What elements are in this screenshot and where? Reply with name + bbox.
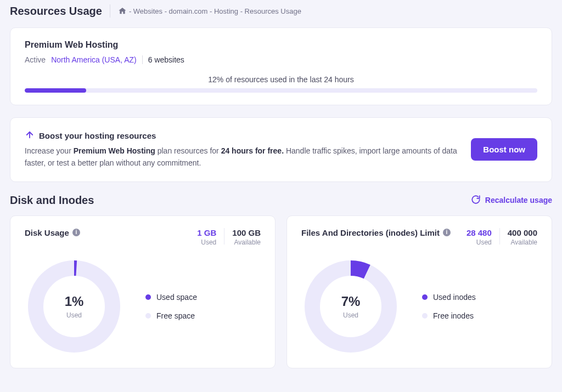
boost-card: Boost your hosting resources Increase yo… xyxy=(10,117,552,182)
info-icon[interactable]: i xyxy=(72,229,80,236)
boost-content: Boost your hosting resources Increase yo… xyxy=(25,130,460,169)
inodes-panel-title: Files And Directories (inodes) Limit i xyxy=(301,228,451,237)
dot-icon xyxy=(145,294,151,300)
breadcrumb[interactable]: - Websites - domain.com - Hosting - Reso… xyxy=(118,7,301,15)
disk-legend: Used space Free space xyxy=(145,293,197,320)
boost-title: Boost your hosting resources xyxy=(25,130,460,141)
divider xyxy=(110,4,110,18)
recalculate-button[interactable]: Recalculate usage xyxy=(471,195,552,206)
recalculate-label: Recalculate usage xyxy=(485,196,552,204)
disk-usage-panel: Disk Usage i 1 GB Used 100 GB Available … xyxy=(10,215,276,368)
dot-icon xyxy=(422,294,428,300)
inodes-legend: Used inodes Free inodes xyxy=(422,293,476,320)
plan-card: Premium Web Hosting Active North America… xyxy=(10,27,552,105)
legend-item-free: Free space xyxy=(145,311,197,320)
inodes-used-label: Used xyxy=(467,238,492,246)
info-icon[interactable]: i xyxy=(443,229,451,236)
plan-sites: 6 websites xyxy=(148,55,184,64)
progress-fill xyxy=(25,88,86,93)
inodes-donut-chart: 7% Used xyxy=(301,257,400,356)
disk-percent: 1% xyxy=(65,294,84,309)
breadcrumb-text: - Websites - domain.com - Hosting - Reso… xyxy=(129,7,301,15)
divider xyxy=(499,228,500,245)
boost-now-button[interactable]: Boost now xyxy=(471,138,537,161)
arrow-up-icon xyxy=(25,130,35,141)
inodes-metrics: 28 480 Used 400 000 Available xyxy=(467,228,537,246)
dot-icon xyxy=(422,313,428,319)
plan-status: Active xyxy=(25,55,46,64)
disk-percent-label: Used xyxy=(66,311,82,319)
inodes-available-label: Available xyxy=(508,238,537,246)
plan-meta: Active North America (USA, AZ) 6 website… xyxy=(25,55,537,64)
inodes-available-value: 400 000 xyxy=(508,228,537,237)
divider xyxy=(142,55,143,64)
inodes-panel: Files And Directories (inodes) Limit i 2… xyxy=(286,215,552,368)
disk-available-value: 100 GB xyxy=(232,228,261,237)
disk-available-label: Available xyxy=(232,238,261,246)
usage-panels: Disk Usage i 1 GB Used 100 GB Available … xyxy=(10,215,552,368)
disk-used-label: Used xyxy=(197,238,216,246)
section-header: Disk and Inodes Recalculate usage xyxy=(10,194,552,207)
inodes-percent: 7% xyxy=(341,294,361,309)
inodes-used-value: 28 480 xyxy=(467,228,492,237)
refresh-icon xyxy=(471,195,481,206)
plan-name: Premium Web Hosting xyxy=(25,40,537,50)
section-title: Disk and Inodes xyxy=(10,194,94,207)
page-header: Resources Usage - Websites - domain.com … xyxy=(10,4,552,18)
disk-panel-title: Disk Usage i xyxy=(25,228,80,237)
legend-item-free: Free inodes xyxy=(422,311,476,320)
inodes-percent-label: Used xyxy=(343,311,358,319)
progress-bar xyxy=(25,88,537,93)
disk-metrics: 1 GB Used 100 GB Available xyxy=(197,228,261,246)
dot-icon xyxy=(145,313,151,319)
disk-used-value: 1 GB xyxy=(197,228,216,237)
boost-description: Increase your Premium Web Hosting plan r… xyxy=(25,145,460,169)
legend-item-used: Used space xyxy=(145,293,197,302)
boost-title-text: Boost your hosting resources xyxy=(39,131,156,140)
disk-donut-chart: 1% Used xyxy=(25,257,123,356)
home-icon[interactable] xyxy=(118,7,127,15)
progress-label: 12% of resources used in the last 24 hou… xyxy=(25,75,537,84)
page-title: Resources Usage xyxy=(10,5,102,18)
legend-item-used: Used inodes xyxy=(422,293,476,302)
divider xyxy=(224,228,224,245)
plan-region[interactable]: North America (USA, AZ) xyxy=(51,55,137,64)
